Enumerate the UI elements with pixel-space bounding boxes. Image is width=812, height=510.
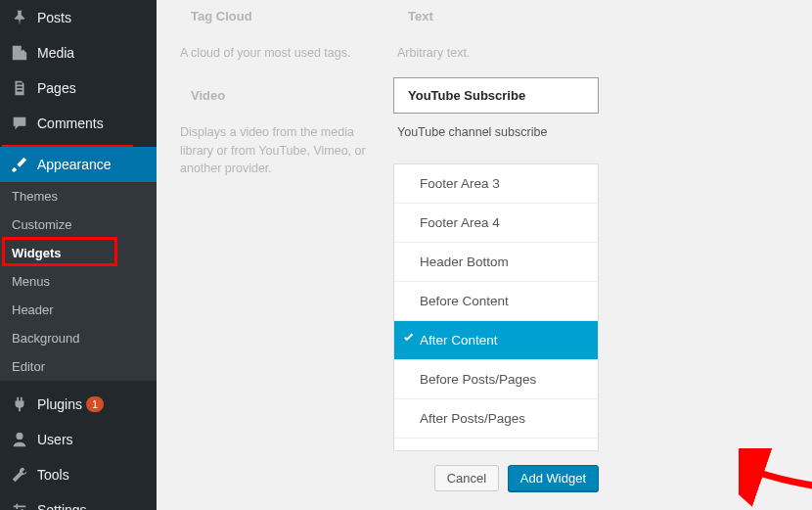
sidebar-item-pages[interactable]: Pages — [0, 70, 157, 106]
submenu-widgets[interactable]: Widgets — [0, 239, 157, 267]
sidebar-item-comments[interactable]: Comments — [0, 106, 157, 141]
sidebar-item-media[interactable]: Media — [0, 35, 157, 70]
area-option[interactable]: After Content — [394, 321, 598, 360]
widget-text-desc: Arbitrary text. — [393, 34, 599, 78]
main-content: Tag Cloud A cloud of your most used tags… — [157, 0, 812, 510]
sliders-icon — [10, 500, 29, 510]
widget-text[interactable]: Text — [393, 0, 599, 34]
submenu-themes[interactable]: Themes — [0, 182, 157, 210]
plugins-badge: 1 — [86, 396, 104, 412]
widget-title: Tag Cloud — [191, 9, 252, 23]
area-option-label: Header Bottom — [420, 255, 509, 269]
sidebar-item-label: Posts — [37, 10, 71, 25]
submenu-editor[interactable]: Editor — [0, 352, 157, 381]
widget-video[interactable]: Video — [176, 77, 382, 114]
sidebar-item-users[interactable]: Users — [0, 422, 157, 457]
widget-video-desc: Displays a video from the media library … — [176, 114, 382, 194]
area-option-label: Before Posts/Pages — [420, 372, 536, 387]
submenu-header[interactable]: Header — [0, 296, 157, 324]
widget-title: Video — [191, 88, 225, 103]
sidebar-item-posts[interactable]: Posts — [0, 0, 157, 35]
sidebar-item-label: Users — [37, 432, 73, 447]
sidebar-item-plugins[interactable]: Plugins 1 — [0, 387, 157, 422]
area-option[interactable]: Footer Area 3 — [394, 164, 598, 204]
widget-youtube-subscribe[interactable]: YouTube Subscribe — [393, 77, 599, 114]
area-option[interactable]: Before Content — [394, 282, 598, 321]
pin-icon — [10, 8, 29, 27]
add-widget-button[interactable]: Add Widget — [508, 465, 599, 491]
sidebar-item-settings[interactable]: Settings — [0, 492, 157, 510]
widget-tag-cloud[interactable]: Tag Cloud — [176, 0, 382, 34]
media-icon — [10, 43, 29, 63]
area-option-label: After Posts/Pages — [420, 411, 525, 426]
plug-icon — [10, 394, 29, 414]
sidebar-item-label: Plugins — [37, 396, 82, 412]
appearance-submenu: Themes Customize Widgets Menus Header Ba… — [0, 182, 157, 381]
brush-icon — [10, 155, 29, 174]
widget-area-list[interactable]: Footer Area 3Footer Area 4Header BottomB… — [394, 164, 598, 450]
area-option[interactable]: Featured Widget — [394, 439, 598, 450]
area-option[interactable]: Before Posts/Pages — [394, 360, 598, 399]
sidebar-item-appearance[interactable]: Appearance — [0, 147, 157, 182]
sidebar-item-label: Tools — [37, 467, 69, 483]
area-option[interactable]: After Posts/Pages — [394, 399, 598, 439]
wrench-icon — [10, 465, 29, 485]
admin-sidebar: Posts Media Pages Comments Appearance Th… — [0, 0, 157, 510]
button-row: Cancel Add Widget — [393, 451, 599, 505]
area-option[interactable]: Header Bottom — [394, 243, 598, 282]
sidebar-item-label: Media — [37, 45, 74, 61]
sidebar-item-label: Appearance — [37, 157, 112, 172]
cancel-button[interactable]: Cancel — [434, 465, 499, 491]
check-icon — [402, 332, 416, 348]
submenu-background[interactable]: Background — [0, 324, 157, 352]
widget-title: YouTube Subscribe — [408, 88, 525, 103]
annotation-arrow-icon — [739, 448, 812, 507]
sidebar-item-label: Pages — [37, 80, 76, 96]
area-option-label: Before Content — [420, 294, 509, 308]
widget-tag-cloud-desc: A cloud of your most used tags. — [176, 34, 382, 78]
area-option-label: Footer Area 4 — [420, 215, 500, 230]
widget-youtube-desc: YouTube channel subscribe — [393, 114, 599, 158]
area-option-label: Footer Area 3 — [420, 176, 500, 191]
area-option[interactable]: Footer Area 4 — [394, 204, 598, 243]
pages-icon — [10, 78, 29, 98]
sidebar-item-label: Settings — [37, 502, 87, 510]
users-icon — [10, 430, 29, 449]
submenu-customize[interactable]: Customize — [0, 210, 157, 239]
sidebar-item-tools[interactable]: Tools — [0, 457, 157, 492]
comments-icon — [10, 114, 29, 133]
submenu-menus[interactable]: Menus — [0, 267, 157, 296]
area-option-label: After Content — [420, 333, 498, 348]
widget-area-select: Footer Area 3Footer Area 4Header BottomB… — [393, 163, 599, 451]
widget-title: Text — [408, 9, 433, 23]
sidebar-item-label: Comments — [37, 116, 104, 131]
